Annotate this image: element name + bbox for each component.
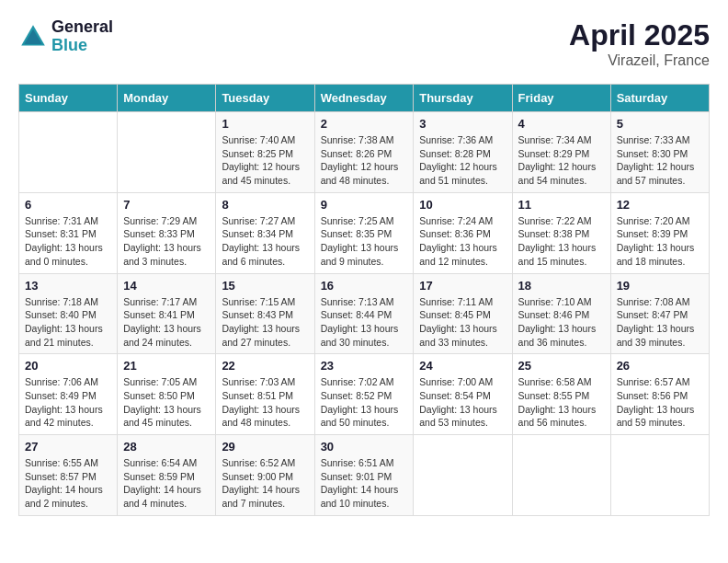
calendar-cell: 24Sunrise: 7:00 AMSunset: 8:54 PMDayligh… — [414, 354, 512, 435]
day-number: 16 — [321, 279, 408, 293]
day-number: 15 — [222, 279, 308, 293]
day-info: Sunrise: 7:22 AMSunset: 8:38 PMDaylight:… — [518, 214, 605, 269]
calendar-cell: 23Sunrise: 7:02 AMSunset: 8:52 PMDayligh… — [314, 354, 414, 435]
day-number: 28 — [123, 440, 210, 454]
day-info: Sunrise: 7:20 AMSunset: 8:39 PMDaylight:… — [617, 214, 703, 269]
calendar-cell: 14Sunrise: 7:17 AMSunset: 8:41 PMDayligh… — [118, 273, 216, 354]
day-info: Sunrise: 7:15 AMSunset: 8:43 PMDaylight:… — [222, 295, 308, 350]
day-number: 13 — [25, 279, 111, 293]
day-number: 14 — [123, 279, 210, 293]
day-number: 19 — [617, 279, 703, 293]
day-number: 30 — [321, 440, 408, 454]
calendar-cell — [610, 435, 709, 516]
calendar-cell: 9Sunrise: 7:25 AMSunset: 8:35 PMDaylight… — [314, 192, 414, 273]
day-info: Sunrise: 6:52 AMSunset: 9:00 PMDaylight:… — [222, 456, 308, 511]
day-number: 17 — [419, 279, 506, 293]
day-info: Sunrise: 7:31 AMSunset: 8:31 PMDaylight:… — [25, 214, 111, 269]
calendar-cell: 21Sunrise: 7:05 AMSunset: 8:50 PMDayligh… — [118, 354, 216, 435]
day-number: 22 — [222, 359, 308, 373]
day-info: Sunrise: 7:18 AMSunset: 8:40 PMDaylight:… — [25, 295, 111, 350]
day-info: Sunrise: 7:24 AMSunset: 8:36 PMDaylight:… — [419, 214, 506, 269]
calendar-cell: 1Sunrise: 7:40 AMSunset: 8:25 PMDaylight… — [216, 112, 314, 193]
main-title: April 2025 — [569, 18, 710, 52]
day-number: 10 — [419, 198, 506, 212]
calendar-cell: 16Sunrise: 7:13 AMSunset: 8:44 PMDayligh… — [314, 273, 414, 354]
day-number: 1 — [222, 117, 308, 131]
day-info: Sunrise: 6:57 AMSunset: 8:56 PMDaylight:… — [617, 375, 703, 430]
calendar-cell — [19, 112, 118, 193]
calendar-cell — [414, 435, 512, 516]
day-number: 25 — [518, 359, 605, 373]
calendar-week-row: 27Sunrise: 6:55 AMSunset: 8:57 PMDayligh… — [19, 435, 710, 516]
calendar-cell: 2Sunrise: 7:38 AMSunset: 8:26 PMDaylight… — [314, 112, 414, 193]
day-info: Sunrise: 7:25 AMSunset: 8:35 PMDaylight:… — [321, 214, 408, 269]
day-info: Sunrise: 7:40 AMSunset: 8:25 PMDaylight:… — [222, 133, 308, 188]
calendar-cell: 10Sunrise: 7:24 AMSunset: 8:36 PMDayligh… — [414, 192, 512, 273]
column-header-tuesday: Tuesday — [216, 85, 314, 112]
calendar-cell — [118, 112, 216, 193]
day-info: Sunrise: 6:55 AMSunset: 8:57 PMDaylight:… — [25, 456, 111, 511]
day-info: Sunrise: 7:13 AMSunset: 8:44 PMDaylight:… — [321, 295, 408, 350]
day-number: 21 — [123, 359, 210, 373]
logo-text: General Blue — [51, 18, 113, 55]
day-info: Sunrise: 7:27 AMSunset: 8:34 PMDaylight:… — [222, 214, 308, 269]
day-number: 23 — [321, 359, 408, 373]
day-info: Sunrise: 7:38 AMSunset: 8:26 PMDaylight:… — [321, 133, 408, 188]
calendar-cell: 26Sunrise: 6:57 AMSunset: 8:56 PMDayligh… — [610, 354, 709, 435]
day-info: Sunrise: 6:54 AMSunset: 8:59 PMDaylight:… — [123, 456, 210, 511]
day-info: Sunrise: 7:03 AMSunset: 8:51 PMDaylight:… — [222, 375, 308, 430]
day-info: Sunrise: 7:33 AMSunset: 8:30 PMDaylight:… — [617, 133, 703, 188]
day-number: 9 — [321, 198, 408, 212]
calendar-cell: 18Sunrise: 7:10 AMSunset: 8:46 PMDayligh… — [512, 273, 610, 354]
calendar-week-row: 13Sunrise: 7:18 AMSunset: 8:40 PMDayligh… — [19, 273, 710, 354]
calendar-cell: 11Sunrise: 7:22 AMSunset: 8:38 PMDayligh… — [512, 192, 610, 273]
day-number: 3 — [419, 117, 506, 131]
day-info: Sunrise: 7:34 AMSunset: 8:29 PMDaylight:… — [518, 133, 605, 188]
day-number: 20 — [25, 359, 111, 373]
calendar-cell: 5Sunrise: 7:33 AMSunset: 8:30 PMDaylight… — [610, 112, 709, 193]
column-header-saturday: Saturday — [610, 85, 709, 112]
day-info: Sunrise: 7:10 AMSunset: 8:46 PMDaylight:… — [518, 295, 605, 350]
calendar-cell: 30Sunrise: 6:51 AMSunset: 9:01 PMDayligh… — [314, 435, 414, 516]
calendar-cell: 20Sunrise: 7:06 AMSunset: 8:49 PMDayligh… — [19, 354, 118, 435]
column-header-thursday: Thursday — [414, 85, 512, 112]
calendar-cell: 27Sunrise: 6:55 AMSunset: 8:57 PMDayligh… — [19, 435, 118, 516]
day-number: 5 — [617, 117, 703, 131]
day-number: 2 — [321, 117, 408, 131]
calendar-cell: 25Sunrise: 6:58 AMSunset: 8:55 PMDayligh… — [512, 354, 610, 435]
calendar-week-row: 20Sunrise: 7:06 AMSunset: 8:49 PMDayligh… — [19, 354, 710, 435]
subtitle: Virazeil, France — [569, 52, 710, 69]
day-number: 8 — [222, 198, 308, 212]
day-info: Sunrise: 7:06 AMSunset: 8:49 PMDaylight:… — [25, 375, 111, 430]
day-info: Sunrise: 7:11 AMSunset: 8:45 PMDaylight:… — [419, 295, 506, 350]
calendar-header-row: SundayMondayTuesdayWednesdayThursdayFrid… — [19, 85, 710, 112]
day-info: Sunrise: 6:51 AMSunset: 9:01 PMDaylight:… — [321, 456, 408, 511]
calendar-cell: 15Sunrise: 7:15 AMSunset: 8:43 PMDayligh… — [216, 273, 314, 354]
day-info: Sunrise: 6:58 AMSunset: 8:55 PMDaylight:… — [518, 375, 605, 430]
calendar-cell: 17Sunrise: 7:11 AMSunset: 8:45 PMDayligh… — [414, 273, 512, 354]
calendar-cell: 7Sunrise: 7:29 AMSunset: 8:33 PMDaylight… — [118, 192, 216, 273]
day-info: Sunrise: 7:08 AMSunset: 8:47 PMDaylight:… — [617, 295, 703, 350]
calendar-cell: 6Sunrise: 7:31 AMSunset: 8:31 PMDaylight… — [19, 192, 118, 273]
day-info: Sunrise: 7:00 AMSunset: 8:54 PMDaylight:… — [419, 375, 506, 430]
day-number: 4 — [518, 117, 605, 131]
column-header-monday: Monday — [118, 85, 216, 112]
calendar-week-row: 6Sunrise: 7:31 AMSunset: 8:31 PMDaylight… — [19, 192, 710, 273]
calendar-cell — [512, 435, 610, 516]
calendar-cell: 12Sunrise: 7:20 AMSunset: 8:39 PMDayligh… — [610, 192, 709, 273]
calendar-cell: 4Sunrise: 7:34 AMSunset: 8:29 PMDaylight… — [512, 112, 610, 193]
calendar-week-row: 1Sunrise: 7:40 AMSunset: 8:25 PMDaylight… — [19, 112, 710, 193]
calendar-cell: 3Sunrise: 7:36 AMSunset: 8:28 PMDaylight… — [414, 112, 512, 193]
day-info: Sunrise: 7:17 AMSunset: 8:41 PMDaylight:… — [123, 295, 210, 350]
title-block: April 2025 Virazeil, France — [569, 18, 710, 69]
day-number: 7 — [123, 198, 210, 212]
day-number: 11 — [518, 198, 605, 212]
calendar-table: SundayMondayTuesdayWednesdayThursdayFrid… — [18, 84, 710, 516]
logo: General Blue — [18, 18, 113, 55]
day-info: Sunrise: 7:02 AMSunset: 8:52 PMDaylight:… — [321, 375, 408, 430]
page-header: General Blue April 2025 Virazeil, France — [18, 18, 710, 69]
day-number: 26 — [617, 359, 703, 373]
day-number: 24 — [419, 359, 506, 373]
logo-icon — [18, 22, 48, 52]
day-number: 12 — [617, 198, 703, 212]
